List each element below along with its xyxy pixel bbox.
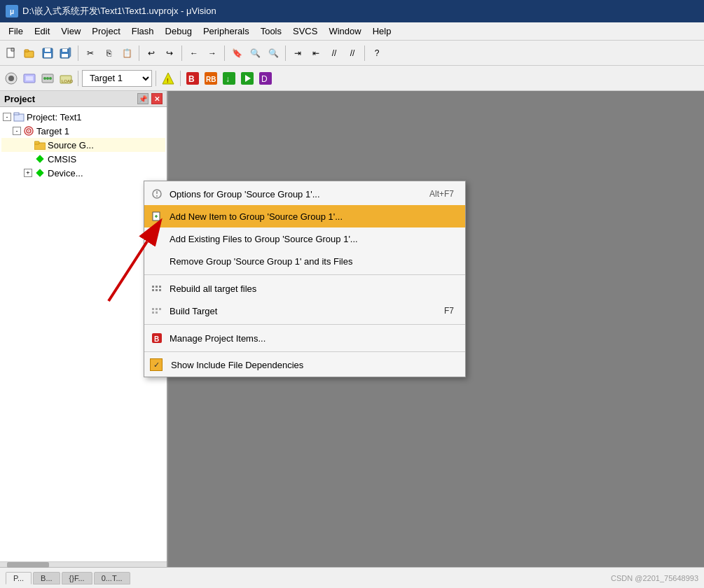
sep4	[224, 46, 225, 61]
svg-text:LOAD: LOAD	[62, 79, 74, 83]
close-panel-button[interactable]: ✕	[151, 93, 163, 104]
expand-icon-device[interactable]: +	[24, 169, 32, 177]
menu-svcs[interactable]: SVCS	[287, 24, 323, 38]
cut-button[interactable]: ✂	[82, 45, 99, 62]
ctx-add-new-label: Add New Item to Group 'Source Group 1'..…	[170, 211, 454, 222]
copy-button[interactable]: ⎘	[100, 45, 117, 62]
comment-button[interactable]: //	[326, 45, 343, 62]
load-btn[interactable]: LOAD	[57, 70, 74, 87]
help-button[interactable]: ?	[368, 45, 385, 62]
bookmark-button[interactable]: 🔖	[228, 45, 245, 62]
sep9	[180, 71, 181, 86]
menu-help[interactable]: Help	[367, 24, 397, 38]
menu-project[interactable]: Project	[86, 24, 125, 38]
svg-text:!: !	[167, 77, 169, 84]
svg-rect-57	[159, 308, 161, 310]
tree-item-project[interactable]: - Project: Text1	[1, 110, 165, 124]
status-tabs: P... B... {}F... 0...T...	[6, 572, 130, 584]
toolbar-main: ✂ ⎘ 📋 ↩ ↪ ← → 🔖 🔍 🔍 ⇥ ⇤ // // ?	[0, 41, 704, 66]
menu-debug[interactable]: Debug	[160, 24, 198, 38]
build-target-icon	[150, 304, 164, 318]
ctx-add-new-item[interactable]: Add New Item to Group 'Source Group 1'..…	[144, 205, 465, 227]
tree-item-source-group[interactable]: Source G...	[1, 138, 165, 152]
sep8	[156, 71, 156, 86]
tree-item-device[interactable]: + Device...	[1, 166, 165, 180]
unindent-button[interactable]: ⇤	[308, 45, 324, 62]
debug-start-btn[interactable]	[239, 70, 256, 87]
config-button[interactable]	[3, 70, 20, 87]
title-bar: μ D:\嵌入式系统开发\Text1\Text1.uvprojx - μVisi…	[0, 0, 704, 22]
nav-back-button[interactable]: ←	[186, 45, 202, 62]
tree-label-target: Target 1	[36, 126, 69, 136]
svg-rect-13	[26, 76, 33, 80]
tree-label-cmsis: CMSIS	[48, 154, 76, 164]
tab-functions[interactable]: {}F...	[62, 572, 92, 584]
app-icon: μ	[6, 5, 18, 18]
open-file-button[interactable]	[21, 45, 38, 62]
menu-file[interactable]: File	[3, 24, 29, 38]
undo-button[interactable]: ↩	[143, 45, 160, 62]
pin-button[interactable]: 📌	[137, 93, 149, 104]
panel-title: Project	[4, 94, 35, 104]
svg-point-11	[8, 76, 14, 81]
add-new-icon	[150, 209, 164, 223]
ctx-build-target[interactable]: Build Target F7	[144, 300, 465, 322]
svg-rect-8	[62, 54, 68, 57]
h-scrollbar[interactable]	[0, 561, 167, 567]
menu-edit[interactable]: Edit	[29, 24, 55, 38]
tab-build[interactable]: B...	[33, 572, 60, 584]
svg-point-15	[43, 77, 46, 80]
ctx-rebuild[interactable]: Rebuild all target files	[144, 277, 465, 300]
svg-text:D: D	[261, 74, 268, 84]
h-scrollbar-thumb[interactable]	[7, 562, 49, 568]
ctx-add-existing[interactable]: Add Existing Files to Group 'Source Grou…	[144, 227, 465, 250]
project-tree: - Project: Text1 - Target 1	[0, 107, 167, 567]
debug-btn2[interactable]: D	[257, 70, 274, 87]
ctx-show-include[interactable]: ✓ Show Include File Dependencies	[144, 354, 465, 375]
device-button[interactable]	[21, 70, 38, 87]
translate-btn[interactable]: !	[160, 70, 177, 87]
uncomment-button[interactable]: //	[344, 45, 361, 62]
build-btn[interactable]: B	[184, 70, 201, 87]
project-icon	[13, 111, 25, 122]
tab-templates[interactable]: 0...T...	[94, 572, 130, 584]
rebuild-btn[interactable]: RB	[202, 70, 219, 87]
menu-flash[interactable]: Flash	[126, 24, 160, 38]
ctx-remove-group[interactable]: Remove Group 'Source Group 1' and its Fi…	[144, 250, 465, 272]
find-button[interactable]: 🔍	[247, 45, 263, 62]
target-dropdown[interactable]: Target 1	[82, 70, 152, 87]
tab-project[interactable]: P...	[6, 572, 32, 584]
download-btn[interactable]: ↓	[221, 70, 237, 87]
project-panel: Project 📌 ✕ - Project: Text1 -	[0, 91, 168, 567]
ctx-options-group[interactable]: Options for Group 'Source Group 1'... Al…	[144, 183, 465, 205]
toolbar-build: LOAD Target 1 ! B RB ↓ D	[0, 66, 704, 91]
checkbox-icon: ✓	[150, 358, 163, 371]
manage-icon: B	[150, 331, 164, 345]
tree-label-device: Device...	[48, 168, 83, 178]
find-all-button[interactable]: 🔍	[265, 45, 282, 62]
svg-rect-39	[36, 155, 43, 162]
menu-view[interactable]: View	[55, 24, 86, 38]
nav-fwd-button[interactable]: →	[204, 45, 221, 62]
window-title: D:\嵌入式系统开发\Text1\Text1.uvprojx - μVision	[22, 5, 216, 18]
expand-icon-project[interactable]: -	[3, 113, 11, 121]
paste-button[interactable]: 📋	[118, 45, 135, 62]
tree-item-cmsis[interactable]: CMSIS	[1, 152, 165, 166]
tree-item-target[interactable]: - Target 1	[1, 124, 165, 138]
tree-label-project: Project: Text1	[27, 112, 82, 122]
options-icon	[150, 187, 164, 201]
menu-window[interactable]: Window	[323, 24, 366, 38]
event-btn[interactable]	[39, 70, 56, 87]
indent-button[interactable]: ⇥	[289, 45, 306, 62]
expand-icon-target[interactable]: -	[13, 127, 21, 135]
menu-bar: File Edit View Project Flash Debug Perip…	[0, 22, 704, 41]
menu-tools[interactable]: Tools	[255, 24, 287, 38]
menu-peripherals[interactable]: Peripherals	[198, 24, 255, 38]
save-all-button[interactable]	[57, 45, 74, 62]
redo-button[interactable]: ↪	[161, 45, 178, 62]
add-existing-icon	[150, 232, 164, 246]
save-button[interactable]	[39, 45, 56, 62]
ctx-manage[interactable]: B Manage Project Items...	[144, 327, 465, 349]
svg-rect-7	[62, 49, 67, 52]
new-file-button[interactable]	[3, 45, 20, 62]
